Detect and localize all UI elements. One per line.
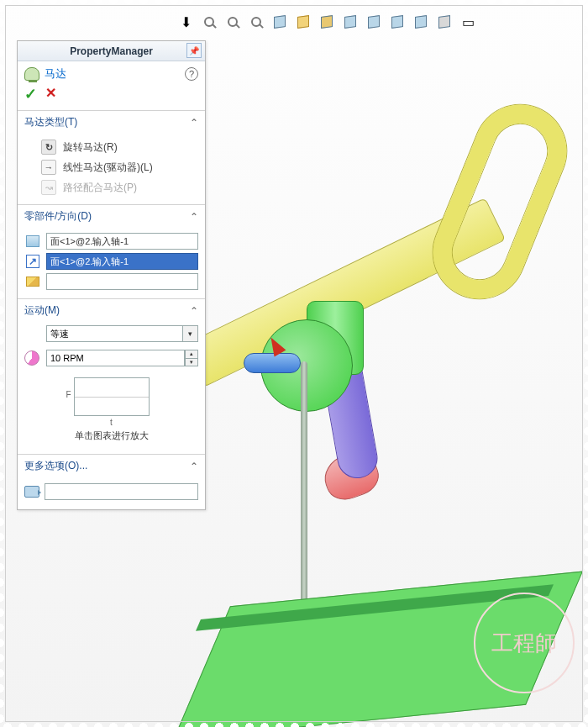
motion-type-select[interactable] xyxy=(46,325,183,342)
watermark: 工程師 xyxy=(474,593,575,693)
chevron-up-icon: ⌃ xyxy=(190,211,198,223)
section-motion-header[interactable]: 运动(M) ⌃ xyxy=(18,299,205,322)
chevron-up-icon: ⌃ xyxy=(190,305,198,317)
view-orient-icon[interactable] xyxy=(294,13,312,31)
pin-panel-button[interactable]: 📌 xyxy=(186,43,202,58)
zoom-prev-icon[interactable] xyxy=(247,13,265,31)
section-icon[interactable] xyxy=(270,13,289,31)
section-component-label: 零部件/方向(D) xyxy=(24,209,92,224)
blue-shaft xyxy=(244,353,301,373)
scene-icon[interactable] xyxy=(412,13,430,31)
chevron-up-icon: ⌃ xyxy=(190,461,198,472)
motor-icon xyxy=(24,67,39,81)
draft-analysis-icon[interactable] xyxy=(318,13,336,31)
arm-slot xyxy=(419,91,580,313)
cancel-button[interactable]: ✕ xyxy=(45,85,56,103)
option-linear-label: 线性马达(驱动器)(L) xyxy=(63,161,153,175)
load-bearing-face-field[interactable] xyxy=(45,483,198,500)
orient-icon[interactable]: ⬇ xyxy=(176,13,195,31)
motor-location-field[interactable] xyxy=(46,233,198,250)
graph-hint: 单击图表进行放大 xyxy=(24,427,198,447)
chevron-up-icon: ⌃ xyxy=(190,117,198,129)
screen-icon[interactable]: ▭ xyxy=(459,13,477,31)
zoom-area-icon[interactable] xyxy=(223,13,242,31)
property-manager-panel: PropertyManager 📌 马达 ? ✓ ✕ 马达类型(T) ⌃ 旋转马… xyxy=(17,40,206,510)
graph-x-axis-label: t xyxy=(24,418,198,427)
header-title: PropertyManager xyxy=(70,45,153,57)
property-manager-header: PropertyManager 📌 xyxy=(18,41,205,61)
motor-direction-icon[interactable]: ↗ xyxy=(26,255,39,268)
speed-field[interactable] xyxy=(46,350,185,366)
option-rotary-label: 旋转马达(R) xyxy=(63,140,118,155)
heads-up-toolbar: ⬇ ▭ xyxy=(176,10,477,34)
ok-button[interactable]: ✓ xyxy=(24,85,37,103)
section-more-label: 更多选项(O)... xyxy=(24,459,87,473)
motion-type-dropdown-button[interactable]: ▾ xyxy=(183,325,198,342)
graph-y-axis-label: F xyxy=(66,390,71,399)
relative-component-icon xyxy=(26,277,39,287)
section-component-header[interactable]: 零部件/方向(D) ⌃ xyxy=(18,205,205,228)
zoom-fit-icon[interactable] xyxy=(200,13,218,31)
display-shaded-icon[interactable] xyxy=(341,13,360,31)
feature-title: 马达 xyxy=(45,66,66,82)
help-button[interactable]: ? xyxy=(185,67,198,81)
section-motion-label: 运动(M) xyxy=(24,303,60,318)
support-pole xyxy=(301,361,307,622)
relative-component-field[interactable] xyxy=(46,273,198,290)
load-bearing-face-icon xyxy=(24,486,39,498)
section-more-header[interactable]: 更多选项(O)... ⌃ xyxy=(18,455,205,477)
speed-decrement-button[interactable]: ▾ xyxy=(185,358,198,366)
path-motor-icon: ↝ xyxy=(41,180,56,195)
speed-icon xyxy=(24,350,39,366)
perspective-icon[interactable] xyxy=(435,13,454,31)
motor-location-icon xyxy=(26,235,39,247)
option-path-label: 路径配合马达(P) xyxy=(63,181,137,195)
option-path-motor: ↝ 路径配合马达(P) xyxy=(24,177,198,198)
motor-direction-field[interactable] xyxy=(46,253,198,270)
display-wire-icon[interactable] xyxy=(388,13,407,31)
rotary-motor-icon xyxy=(41,140,56,155)
section-motor-type-header[interactable]: 马达类型(T) ⌃ xyxy=(18,111,205,134)
linear-motor-icon xyxy=(41,160,56,175)
option-rotary-motor[interactable]: 旋转马达(R) xyxy=(24,137,198,157)
display-hidden-icon[interactable] xyxy=(365,13,383,31)
option-linear-motor[interactable]: 线性马达(驱动器)(L) xyxy=(24,157,198,177)
speed-increment-button[interactable]: ▴ xyxy=(185,350,198,358)
motion-graph[interactable]: F xyxy=(74,377,150,416)
section-motor-type-label: 马达类型(T) xyxy=(24,115,77,129)
